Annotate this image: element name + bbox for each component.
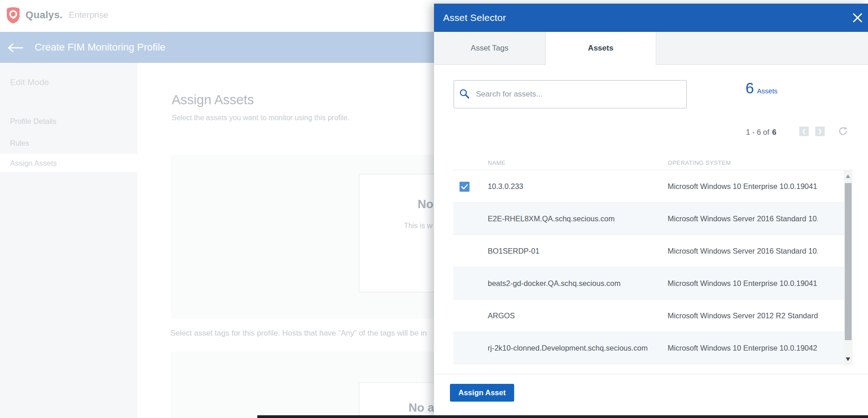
- assign-asset-button[interactable]: Assign Asset: [450, 384, 514, 402]
- scroll-down-icon[interactable]: [846, 357, 850, 361]
- empty-state-text: This is w: [404, 222, 432, 230]
- screen: Qualys. Enterprise Create FIM Monitoring…: [0, 0, 868, 418]
- modal-header: Asset Selector: [434, 4, 868, 32]
- modal-tab-bar: Asset Tags Assets: [434, 32, 868, 65]
- asset-os: Microsoft Windows 10 Enterprise 10.0.190…: [668, 279, 818, 288]
- footer-divider: [434, 374, 868, 374]
- table-row[interactable]: E2E-RHEL8XM.QA.schq.secious.com Microsof…: [453, 203, 853, 235]
- table-row[interactable]: ARGOS Microsoft Windows Server 2012 R2 S…: [453, 300, 853, 332]
- asset-os: Microsoft Windows 10 Enterprise 10.0.190…: [668, 344, 818, 352]
- table-row[interactable]: BO1SERDP-01 Microsoft Windows Server 201…: [453, 235, 853, 267]
- asset-name: E2E-RHEL8XM.QA.schq.secious.com: [488, 214, 615, 223]
- search-icon: [459, 88, 470, 99]
- search-input[interactable]: [454, 80, 687, 108]
- asset-count-value: 6: [745, 80, 754, 97]
- qualys-shield-icon: [6, 6, 20, 25]
- column-header-name: NAME: [488, 159, 505, 166]
- sidebar-item-rules[interactable]: Rules: [0, 134, 138, 152]
- asset-os: Microsoft Windows 10 Enterprise 10.0.190…: [668, 182, 818, 191]
- asset-tags-hint: Select asset tags for this profile. Host…: [170, 329, 427, 338]
- chevron-right-icon[interactable]: ❯: [815, 127, 825, 136]
- asset-name: BO1SERDP-01: [488, 247, 540, 255]
- content-title: Assign Assets: [172, 92, 254, 107]
- scroll-up-icon[interactable]: [846, 174, 850, 178]
- table-row[interactable]: 10.3.0.233 Microsoft Windows 10 Enterpri…: [453, 170, 853, 203]
- asset-name: 10.3.0.233: [488, 182, 523, 191]
- table-row[interactable]: beats2-gd-docker.QA.schq.secious.com Mic…: [453, 267, 853, 300]
- scrollbar-thumb[interactable]: [845, 183, 852, 340]
- tab-asset-tags[interactable]: Asset Tags: [434, 32, 545, 65]
- asset-name: ARGOS: [488, 311, 515, 320]
- asset-os: Microsoft Windows Server 2012 R2 Standar…: [668, 311, 818, 320]
- page-title: Create FIM Monitoring Profile: [35, 32, 165, 63]
- asset-os: Microsoft Windows Server 2016 Standard 1…: [668, 247, 818, 255]
- asset-name: beats2-gd-docker.QA.schq.secious.com: [488, 279, 621, 288]
- sidebar: Edit Mode Profile Details Rules Assign A…: [0, 63, 138, 418]
- table-scrollbar[interactable]: [844, 170, 853, 365]
- sidebar-item-profile-details[interactable]: Profile Details: [0, 112, 138, 130]
- tab-assets[interactable]: Assets: [545, 32, 656, 65]
- close-icon[interactable]: [853, 13, 863, 23]
- asset-count-label: Assets: [757, 87, 777, 95]
- column-header-os: OPERATING SYSTEM: [668, 159, 731, 166]
- asset-selector-modal: Asset Selector Asset Tags Assets 6Assets…: [434, 4, 868, 418]
- asset-name: rj-2k10-clonned.Development.schq.secious…: [488, 344, 648, 352]
- sidebar-item-assign-assets[interactable]: Assign Assets: [0, 154, 138, 172]
- asset-os: Microsoft Windows Server 2016 Standard 1…: [668, 214, 818, 223]
- empty-state-heading: No: [418, 197, 434, 211]
- row-checkbox-checked[interactable]: [460, 182, 470, 192]
- brand-name: Qualys.: [26, 9, 63, 21]
- asset-table: 10.3.0.233 Microsoft Windows 10 Enterpri…: [453, 170, 853, 365]
- refresh-icon[interactable]: [838, 126, 848, 136]
- table-row[interactable]: rj-2k10-clonned.Development.schq.secious…: [453, 332, 853, 364]
- pagination-total: 6: [772, 128, 776, 136]
- brand-edition: Enterprise: [69, 10, 108, 20]
- chevron-left-icon[interactable]: ❮: [799, 127, 809, 136]
- pagination-range-label: 1 - 6 of: [746, 128, 769, 136]
- modal-title: Asset Selector: [443, 4, 506, 32]
- content-subtitle: Select the assets you want to monitor us…: [172, 114, 349, 122]
- horizontal-scrollbar[interactable]: [257, 415, 868, 418]
- arrow-left-icon[interactable]: [7, 42, 25, 55]
- asset-count: 6Assets: [745, 80, 777, 97]
- edit-mode-label: Edit Mode: [10, 77, 49, 87]
- pagination-range: 1 - 6 of6: [746, 128, 776, 137]
